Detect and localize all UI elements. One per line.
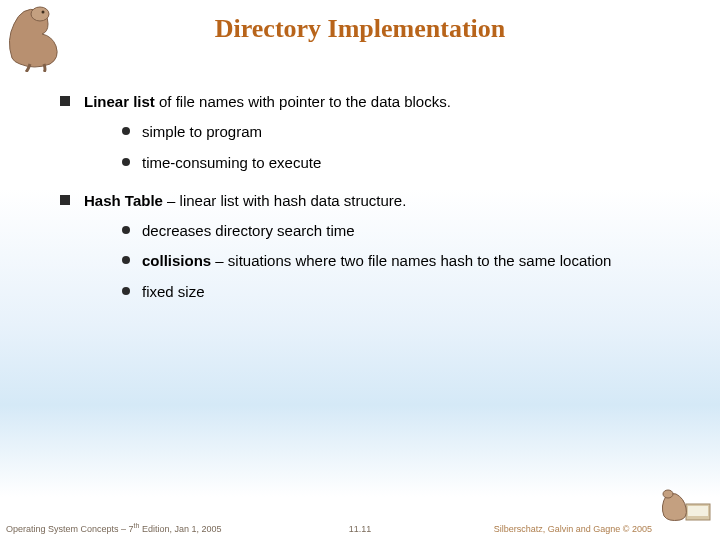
square-bullet-icon [60, 195, 70, 205]
text: simple to program [142, 122, 262, 142]
bold-term: collisions [142, 252, 211, 269]
sub-bullet: fixed size [122, 282, 680, 302]
footer-left: Operating System Concepts – 7th Edition,… [6, 522, 221, 534]
bold-term: Hash Table [84, 192, 163, 209]
square-bullet-icon [60, 96, 70, 106]
bullet-linear-list: Linear list of file names with pointer t… [60, 92, 680, 112]
dot-bullet-icon [122, 158, 130, 166]
bullet-text: Hash Table – linear list with hash data … [84, 191, 406, 211]
slide-title: Directory Implementation [0, 14, 720, 44]
sub-list: decreases directory search time collisio… [122, 221, 680, 302]
dot-bullet-icon [122, 287, 130, 295]
text: of file names with pointer to the data b… [155, 93, 451, 110]
text: – situations where two file names hash t… [211, 252, 611, 269]
dot-bullet-icon [122, 226, 130, 234]
text: Operating System Concepts – 7 [6, 524, 134, 534]
slide-content: Linear list of file names with pointer t… [60, 92, 680, 320]
text: – linear list with hash data structure. [163, 192, 406, 209]
slide: Directory Implementation Linear list of … [0, 0, 720, 540]
text: time-consuming to execute [142, 153, 321, 173]
dot-bullet-icon [122, 256, 130, 264]
slide-footer: Operating System Concepts – 7th Edition,… [0, 518, 720, 534]
bullet-text: Linear list of file names with pointer t… [84, 92, 451, 112]
footer-right: Silberschatz, Galvin and Gagne © 2005 [494, 524, 652, 534]
svg-point-4 [663, 490, 673, 498]
bold-term: Linear list [84, 93, 155, 110]
svg-rect-3 [688, 506, 708, 516]
text: Edition, Jan 1, 2005 [139, 524, 221, 534]
footer-center: 11.11 [349, 524, 372, 534]
sub-bullet: decreases directory search time [122, 221, 680, 241]
text: fixed size [142, 282, 205, 302]
sub-bullet: simple to program [122, 122, 680, 142]
text: decreases directory search time [142, 221, 355, 241]
bullet-hash-table: Hash Table – linear list with hash data … [60, 191, 680, 211]
sub-bullet: collisions – situations where two file n… [122, 251, 680, 271]
sub-bullet: time-consuming to execute [122, 153, 680, 173]
sub-list: simple to program time-consuming to exec… [122, 122, 680, 173]
dot-bullet-icon [122, 127, 130, 135]
text: collisions – situations where two file n… [142, 251, 611, 271]
